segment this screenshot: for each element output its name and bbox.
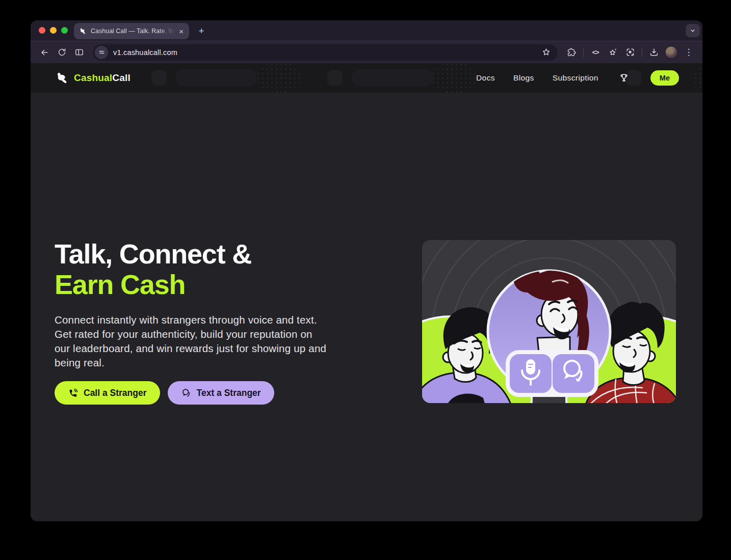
star-icon xyxy=(541,47,551,57)
window-controls xyxy=(39,27,68,34)
strangers-talking-illustration xyxy=(422,240,676,403)
chevron-down-icon xyxy=(689,27,696,34)
call-a-stranger-button[interactable]: Call a Stranger xyxy=(55,381,160,405)
toolbar-separator xyxy=(583,48,584,57)
chat-bubble-icon xyxy=(181,388,192,398)
split-view-button[interactable] xyxy=(72,45,86,60)
call-a-stranger-label: Call a Stranger xyxy=(84,388,147,398)
illustration-control-bar xyxy=(506,350,598,397)
hero-title: Talk, Connect & Earn Cash xyxy=(55,238,251,300)
header-ghost-decoration xyxy=(327,70,343,86)
site-logo[interactable]: CashualCall xyxy=(54,70,130,86)
site-favicon-shaka-hand-icon xyxy=(79,27,87,35)
phone-call-icon xyxy=(68,388,79,398)
split-view-icon xyxy=(74,47,84,57)
webpage: CashualCall Docs Blogs Subscription Me xyxy=(31,63,702,521)
bookmark-star-button[interactable] xyxy=(539,45,553,60)
tune-icon xyxy=(98,48,106,56)
brand-second: Call xyxy=(112,72,130,83)
code-icon: <> xyxy=(592,48,598,56)
header-ghost-decoration xyxy=(431,63,478,93)
profile-avatar[interactable] xyxy=(665,46,678,59)
devtools-button[interactable]: <> xyxy=(588,45,603,60)
browser-menu-button[interactable]: ⋮ xyxy=(682,45,696,60)
hero-description-line: being real. xyxy=(55,356,326,370)
nav-item-blogs[interactable]: Blogs xyxy=(513,73,534,83)
zoom-window-button[interactable] xyxy=(61,27,68,34)
me-button[interactable]: Me xyxy=(650,70,679,86)
nav-item-subscription[interactable]: Subscription xyxy=(553,73,598,83)
header-ghost-decoration xyxy=(352,69,433,87)
header-ghost-decoration xyxy=(693,63,702,93)
shaka-hand-logo-icon xyxy=(54,70,69,86)
text-a-stranger-label: Text a Stranger xyxy=(197,388,261,398)
site-nav: Docs Blogs Subscription Me xyxy=(476,70,679,86)
lens-search-button[interactable] xyxy=(623,45,637,60)
browser-window: Cashual Call — Talk. Rate. Win × + xyxy=(31,20,702,521)
tab-title: Cashual Call — Talk. Rate. Win xyxy=(91,28,178,35)
toolbar-separator xyxy=(642,48,642,57)
hero-section: Talk, Connect & Earn Cash Connect instan… xyxy=(31,93,702,521)
header-ghost-decoration xyxy=(175,69,257,87)
lens-icon xyxy=(625,47,635,57)
hero-description-line: Get rated for your authenticity, build y… xyxy=(55,327,326,341)
header-ghost-decoration xyxy=(256,63,303,93)
back-button[interactable] xyxy=(37,45,51,60)
download-icon xyxy=(649,47,659,58)
browser-tab[interactable]: Cashual Call — Talk. Rate. Win × xyxy=(74,23,189,39)
url-text: v1.cashualcall.com xyxy=(113,48,177,57)
puzzle-icon xyxy=(567,47,577,57)
back-arrow-icon xyxy=(39,47,49,58)
extensions-button[interactable] xyxy=(564,45,579,60)
trophy-icon xyxy=(619,73,629,83)
hero-description: Connect instantly with strangers through… xyxy=(55,313,326,370)
header-ghost-decoration xyxy=(151,70,167,86)
hero-title-line1: Talk, Connect & xyxy=(55,238,251,269)
site-settings-button[interactable] xyxy=(95,46,108,59)
downloads-button[interactable] xyxy=(647,45,661,60)
new-tab-button[interactable]: + xyxy=(195,24,208,38)
tab-strip: Cashual Call — Talk. Rate. Win × + xyxy=(31,20,702,41)
hero-title-line2: Earn Cash xyxy=(55,269,251,300)
cta-row: Call a Stranger Text a Stranger xyxy=(55,381,274,405)
tab-search-chevron-button[interactable] xyxy=(686,24,700,37)
tab-close-icon[interactable]: × xyxy=(178,28,185,35)
leaderboard-trophy-button[interactable] xyxy=(619,73,629,83)
kebab-menu-icon: ⋮ xyxy=(685,47,693,58)
nav-item-docs[interactable]: Docs xyxy=(476,73,495,83)
brand-name: CashualCall xyxy=(74,72,130,84)
address-bar[interactable]: v1.cashualcall.com xyxy=(93,44,558,61)
site-header: CashualCall Docs Blogs Subscription Me xyxy=(31,63,702,93)
close-window-button[interactable] xyxy=(39,27,45,34)
hero-description-line: our leaderboard, and win rewards just fo… xyxy=(55,341,326,356)
star-sparkle-icon xyxy=(608,47,618,57)
hero-description-line: Connect instantly with strangers through… xyxy=(55,313,326,327)
reload-button[interactable] xyxy=(55,45,69,60)
hero-illustration-card xyxy=(422,240,676,403)
review-extension-button[interactable] xyxy=(606,45,620,60)
text-a-stranger-button[interactable]: Text a Stranger xyxy=(168,381,274,405)
reload-icon xyxy=(57,47,67,57)
minimize-window-button[interactable] xyxy=(50,27,57,34)
browser-toolbar: v1.cashualcall.com <> xyxy=(31,41,702,63)
brand-first: Cashual xyxy=(74,72,112,83)
